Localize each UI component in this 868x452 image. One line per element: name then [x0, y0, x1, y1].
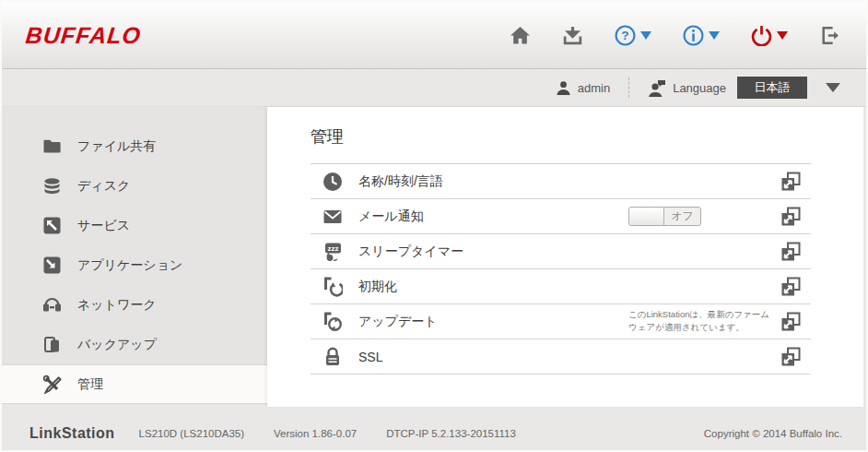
language-label: Language: [673, 81, 726, 95]
sidebar-item-backup[interactable]: バックアップ: [2, 325, 267, 364]
toggle-knob: [629, 208, 664, 225]
dtcp-version: DTCP-IP 5.2.133-20151113: [386, 428, 516, 439]
open-window-icon[interactable]: [780, 172, 801, 192]
sidebar-item-services[interactable]: サービス: [2, 206, 267, 245]
row-label: メール通知: [358, 208, 424, 225]
user-icon: [556, 80, 571, 96]
linkstation-admin-page: BUFFALO ?: [0, 0, 868, 452]
row-label: 名称/時刻/言語: [358, 173, 443, 190]
firmware-status-note: このLinkStationは、最新のファーム ウェアが適用されています。: [628, 308, 787, 334]
language-section: Language: [648, 79, 726, 97]
settings-list: 名称/時刻/言語 メール通知 オフ: [311, 163, 811, 375]
svg-text:?: ?: [621, 29, 628, 42]
open-window-icon[interactable]: [780, 242, 801, 262]
power-icon: [751, 25, 772, 46]
home-button[interactable]: [510, 25, 531, 46]
logged-in-user: admin: [556, 80, 610, 96]
info-caret-icon: [709, 31, 720, 40]
help-icon: ?: [615, 25, 636, 46]
sidebar-item-label: サービス: [77, 218, 130, 234]
sidebar-item-applications[interactable]: アプリケーション: [2, 245, 267, 285]
power-caret-icon: [777, 31, 788, 40]
clock-icon: [323, 172, 343, 192]
help-caret-icon: [640, 31, 651, 40]
linkstation-brand: LinkStation: [29, 425, 115, 442]
language-icon: [648, 79, 666, 97]
power-menu-button[interactable]: [751, 25, 788, 46]
row-label: SSL: [358, 350, 382, 364]
footer: LinkStation LS210D (LS210DA35) Version 1…: [2, 410, 866, 452]
update-icon: [323, 312, 343, 332]
open-window-icon[interactable]: [780, 347, 801, 367]
disk-icon: [42, 176, 62, 196]
copyright: Copyright © 2014 Buffalo Inc.: [704, 428, 842, 439]
row-name-time-language[interactable]: 名称/時刻/言語: [311, 164, 811, 199]
username: admin: [578, 81, 610, 95]
info-menu-button[interactable]: [683, 25, 720, 46]
row-initialization[interactable]: 初期化: [311, 269, 811, 304]
language-value-badge[interactable]: 日本語: [737, 77, 807, 99]
row-update[interactable]: アップデート このLinkStationは、最新のファーム ウェアが適用されてい…: [311, 304, 811, 339]
sidebar-item-label: ネットワーク: [77, 297, 157, 314]
model-name: LS210D (LS210DA35): [139, 428, 244, 439]
mail-toggle[interactable]: オフ: [628, 207, 701, 226]
page-title: 管理: [311, 125, 863, 148]
info-icon: [683, 25, 704, 46]
row-label: スリープタイマー: [358, 244, 463, 260]
row-label: アップデート: [358, 314, 438, 330]
top-toolbar: ?: [510, 25, 842, 46]
row-mail-notification[interactable]: メール通知 オフ: [311, 199, 811, 234]
sidebar-item-label: ファイル共有: [77, 138, 156, 155]
open-window-icon[interactable]: [780, 207, 801, 227]
sleep-icon: zzz: [323, 242, 343, 262]
applications-icon: [42, 256, 62, 275]
sidebar-item-disk[interactable]: ディスク: [2, 166, 267, 206]
sidebar-item-file-sharing[interactable]: ファイル共有: [2, 126, 267, 166]
divider: [628, 77, 629, 98]
restore-icon: [323, 277, 343, 297]
tools-icon: [42, 375, 62, 394]
sidebar-item-label: バックアップ: [77, 337, 157, 353]
home-icon: [510, 25, 531, 46]
row-ssl[interactable]: SSL: [311, 339, 811, 375]
open-window-icon[interactable]: [780, 277, 801, 297]
sidebar-item-label: アプリケーション: [77, 257, 182, 274]
language-caret-icon[interactable]: [826, 83, 840, 92]
download-button[interactable]: [562, 25, 583, 46]
main-panel: 管理 名称/時刻/言語 メール通知: [267, 107, 863, 407]
sidebar: ファイル共有 ディスク サービス アプリケーション: [2, 107, 267, 404]
help-menu-button[interactable]: ?: [615, 25, 651, 46]
lock-icon: [323, 347, 343, 367]
mail-icon: [323, 207, 343, 227]
sidebar-item-admin[interactable]: 管理: [2, 364, 267, 404]
row-sleep-timer[interactable]: zzz スリープタイマー: [311, 234, 811, 269]
logout-icon: [819, 25, 840, 46]
download-icon: [562, 25, 583, 46]
sidebar-item-label: 管理: [77, 376, 103, 393]
network-icon: [42, 295, 62, 315]
sidebar-item-network[interactable]: ネットワーク: [2, 285, 267, 325]
row-label: 初期化: [358, 279, 397, 295]
toggle-state-label: オフ: [664, 208, 700, 225]
services-icon: [42, 216, 62, 235]
sidebar-item-label: ディスク: [77, 178, 130, 195]
svg-text:zzz: zzz: [328, 244, 339, 253]
folder-icon: [42, 137, 62, 156]
top-bar: BUFFALO ?: [2, 2, 866, 69]
buffalo-logo: BUFFALO: [24, 22, 142, 49]
logout-button[interactable]: [819, 25, 840, 46]
open-window-icon[interactable]: [780, 312, 801, 332]
backup-icon: [42, 335, 62, 354]
body: ファイル共有 ディスク サービス アプリケーション: [2, 107, 866, 410]
status-bar: admin Language 日本語: [2, 69, 866, 107]
firmware-version: Version 1.86-0.07: [274, 428, 357, 439]
